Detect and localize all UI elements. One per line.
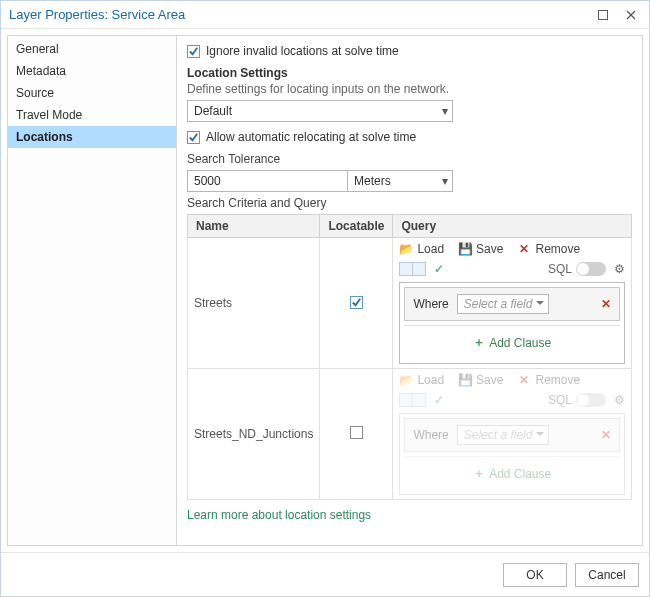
dialog-title: Layer Properties: Service Area <box>9 7 185 22</box>
row-name: Streets_ND_Junctions <box>188 369 320 500</box>
locatable-checkbox[interactable] <box>350 426 363 439</box>
check-icon <box>188 132 199 143</box>
sql-toggle[interactable] <box>576 262 606 276</box>
sidebar-item-source[interactable]: Source <box>8 82 176 104</box>
plus-icon: ＋ <box>473 465 485 482</box>
allow-relocate-checkbox[interactable] <box>187 131 200 144</box>
profile-select[interactable]: Default ▾ <box>187 100 453 122</box>
validate-icon: ✓ <box>434 393 444 407</box>
save-icon: 💾 <box>458 242 472 256</box>
maximize-button[interactable] <box>589 4 617 26</box>
sidebar: General Metadata Source Travel Mode Loca… <box>7 35 177 546</box>
where-label: Where <box>413 297 448 311</box>
add-clause-button[interactable]: ＋ Add Clause <box>404 325 620 359</box>
search-tolerance-label: Search Tolerance <box>187 152 632 166</box>
table-row: Streets_ND_Junctions 📂Load 💾Save ✕Remove <box>188 369 632 500</box>
chevron-down-icon: ▾ <box>442 174 448 188</box>
remove-button: ✕Remove <box>517 373 580 387</box>
allow-relocate-label: Allow automatic relocating at solve time <box>206 130 416 144</box>
main-panel: Ignore invalid locations at solve time L… <box>177 35 643 546</box>
field-select[interactable]: Select a field <box>457 294 550 314</box>
col-locatable: Locatable <box>320 215 393 238</box>
folder-icon: 📂 <box>399 242 413 256</box>
plus-icon: ＋ <box>473 334 485 351</box>
criteria-label: Search Criteria and Query <box>187 196 632 210</box>
indent-left-button <box>399 393 413 407</box>
criteria-table: Name Locatable Query Streets <box>187 214 632 500</box>
learn-more-link[interactable]: Learn more about location settings <box>187 508 371 522</box>
profile-select-value: Default <box>194 104 232 118</box>
col-name: Name <box>188 215 320 238</box>
sidebar-item-travel-mode[interactable]: Travel Mode <box>8 104 176 126</box>
search-tolerance-input[interactable]: 5000 <box>187 170 347 192</box>
chevron-down-icon: ▾ <box>442 104 448 118</box>
ignore-invalid-label: Ignore invalid locations at solve time <box>206 44 399 58</box>
dialog-footer: OK Cancel <box>1 552 649 596</box>
sql-toggle <box>576 393 606 407</box>
svg-rect-0 <box>599 10 608 19</box>
location-settings-desc: Define settings for locating inputs on t… <box>187 82 632 96</box>
row-name: Streets <box>188 238 320 369</box>
save-icon: 💾 <box>458 373 472 387</box>
validate-icon[interactable]: ✓ <box>434 262 444 276</box>
titlebar: Layer Properties: Service Area <box>1 1 649 29</box>
folder-icon: 📂 <box>399 373 413 387</box>
check-icon <box>188 46 199 57</box>
query-toolbar: 📂Load 💾Save ✕Remove <box>399 242 625 256</box>
query-toolbar: 📂Load 💾Save ✕Remove <box>399 373 625 387</box>
sidebar-item-metadata[interactable]: Metadata <box>8 60 176 82</box>
cancel-button[interactable]: Cancel <box>575 563 639 587</box>
ignore-invalid-row: Ignore invalid locations at solve time <box>187 44 632 58</box>
remove-button[interactable]: ✕Remove <box>517 242 580 256</box>
sidebar-item-locations[interactable]: Locations <box>8 126 176 148</box>
where-builder: Where Select a field ✕ ＋ Add Clause <box>399 282 625 364</box>
field-select: Select a field <box>457 425 550 445</box>
where-clause: Where Select a field ✕ <box>404 287 620 321</box>
locatable-checkbox[interactable] <box>350 296 363 309</box>
remove-icon: ✕ <box>517 373 531 387</box>
remove-icon: ✕ <box>517 242 531 256</box>
query-controls: ✓ SQL ⚙ <box>399 262 625 276</box>
ignore-invalid-checkbox[interactable] <box>187 45 200 58</box>
where-label: Where <box>413 428 448 442</box>
load-button: 📂Load <box>399 373 444 387</box>
close-button[interactable] <box>617 4 645 26</box>
search-tolerance-value: 5000 <box>194 174 221 188</box>
indent-left-button[interactable] <box>399 262 413 276</box>
gear-icon: ⚙ <box>614 393 625 407</box>
table-row: Streets 📂Load 💾Save ✕Remove <box>188 238 632 369</box>
delete-clause-button: ✕ <box>601 428 611 442</box>
sidebar-item-general[interactable]: General <box>8 38 176 60</box>
add-clause-button: ＋ Add Clause <box>404 456 620 490</box>
dialog: Layer Properties: Service Area General M… <box>0 0 650 597</box>
save-button: 💾Save <box>458 373 503 387</box>
indent-right-button <box>412 393 426 407</box>
sql-label: SQL <box>548 262 572 276</box>
allow-relocate-row: Allow automatic relocating at solve time <box>187 130 632 144</box>
sql-label: SQL <box>548 393 572 407</box>
search-tolerance-unit-value: Meters <box>354 174 391 188</box>
where-builder: Where Select a field ✕ ＋ Add Clause <box>399 413 625 495</box>
query-controls: ✓ SQL ⚙ <box>399 393 625 407</box>
search-tolerance-unit-select[interactable]: Meters ▾ <box>347 170 453 192</box>
location-settings-title: Location Settings <box>187 66 632 80</box>
where-clause: Where Select a field ✕ <box>404 418 620 452</box>
gear-icon[interactable]: ⚙ <box>614 262 625 276</box>
maximize-icon <box>598 10 608 20</box>
save-button[interactable]: 💾Save <box>458 242 503 256</box>
delete-clause-button[interactable]: ✕ <box>601 297 611 311</box>
load-button[interactable]: 📂Load <box>399 242 444 256</box>
ok-button[interactable]: OK <box>503 563 567 587</box>
indent-right-button[interactable] <box>412 262 426 276</box>
check-icon <box>351 297 362 308</box>
col-query: Query <box>393 215 632 238</box>
close-icon <box>626 10 636 20</box>
